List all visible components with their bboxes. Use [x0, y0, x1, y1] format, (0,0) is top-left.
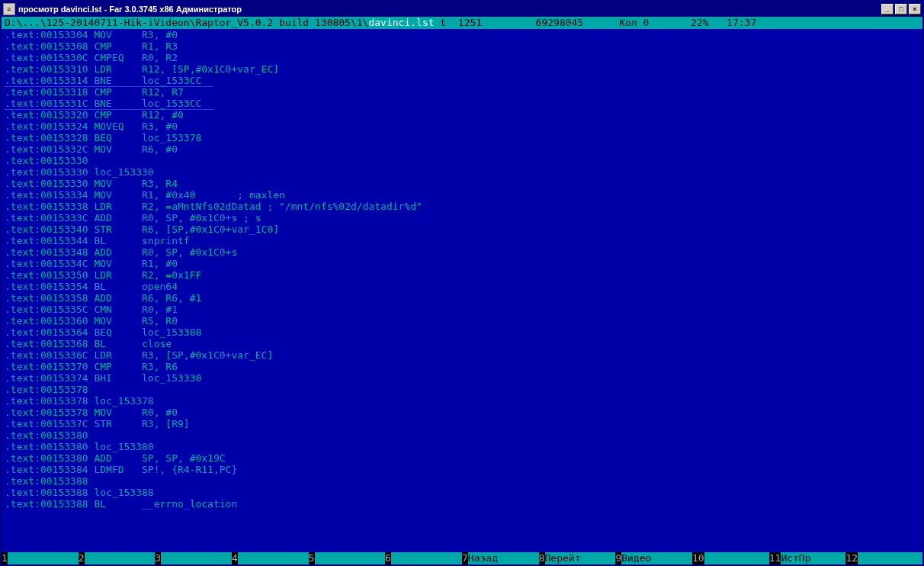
code-line: .text:00153388 loc_153388 — [5, 487, 919, 498]
code-line: .text:00153330 MOV R3, R4 — [5, 178, 919, 189]
fkey-number: 12 — [845, 552, 858, 564]
window-buttons: _ □ × — [881, 4, 921, 14]
fkey-number: 7 — [462, 552, 468, 564]
code-line: .text:00153308 CMP R1, R3 — [5, 40, 919, 52]
code-line: .text:00153378 loc_153378 — [5, 395, 919, 407]
window-title: просмотр davinci.lst - Far 3.0.3745 x86 … — [18, 5, 881, 14]
titlebar[interactable]: ≡ просмотр davinci.lst - Far 3.0.3745 x8… — [2, 2, 922, 17]
status-filename: davinci.lst — [368, 17, 434, 28]
fkey-number: 5 — [309, 552, 315, 564]
fkey-label — [8, 552, 79, 564]
fkey-label: Видео — [621, 552, 692, 564]
code-line: .text:0015334C MOV R1, #0 — [5, 258, 919, 269]
fkey-label — [315, 552, 386, 564]
code-line: .text:00153318 CMP R12, R7 — [5, 86, 919, 98]
minimize-button[interactable]: _ — [881, 4, 894, 14]
code-line: .text:00153314 BNE loc_1533CC — [5, 75, 919, 86]
fkey-1[interactable]: 1 — [2, 552, 79, 564]
fkey-6[interactable]: 6 — [385, 552, 462, 564]
fkey-label — [858, 552, 922, 564]
code-line: .text:00153354 BL open64 — [5, 281, 919, 292]
code-line: .text:00153368 BL close — [5, 338, 919, 349]
fkey-label: ИстПр — [781, 552, 845, 564]
fkey-number: 9 — [615, 552, 621, 564]
fkey-4[interactable]: 4 — [232, 552, 309, 564]
status-mode: t — [435, 17, 458, 28]
fkey-number: 3 — [155, 552, 161, 564]
code-line: .text:00153328 BEQ loc_153378 — [5, 132, 919, 143]
code-line: .text:00153364 BEQ loc_153388 — [5, 326, 919, 338]
fkey-number: 6 — [385, 552, 391, 564]
fkey-8[interactable]: 8Перейт — [539, 552, 616, 564]
fkey-10[interactable]: 10 — [692, 552, 769, 564]
fkey-number: 4 — [232, 552, 238, 564]
code-line: .text:00153378 — [5, 384, 919, 395]
fkey-number: 11 — [769, 552, 781, 564]
code-line: .text:00153370 CMP R3, R6 — [5, 361, 919, 372]
code-line: .text:00153304 MOV R3, #0 — [5, 29, 919, 40]
fkey-9[interactable]: 9Видео — [615, 552, 692, 564]
code-line: .text:0015335C CMN R0, #1 — [5, 304, 919, 315]
fkey-label — [238, 552, 309, 564]
code-line: .text:00153348 ADD R0, SP, #0x1C0+s — [5, 246, 919, 258]
status-percent: 22% — [649, 17, 708, 28]
fkey-5[interactable]: 5 — [309, 552, 386, 564]
status-col: Кол 0 — [583, 17, 649, 28]
code-line: .text:00153374 BHI loc_153330 — [5, 372, 919, 384]
fkey-label — [161, 552, 232, 564]
code-line: .text:0015330C CMPEQ R0, R2 — [5, 52, 919, 63]
code-line: .text:00153330 loc_153330 — [5, 166, 919, 178]
code-line: .text:00153320 CMP R12, #0 — [5, 109, 919, 121]
fkey-number: 1 — [2, 552, 8, 564]
code-line: .text:00153334 MOV R1, #0x40 ; maxlen — [5, 189, 919, 201]
maximize-button[interactable]: □ — [895, 4, 907, 14]
code-line: .text:00153310 LDR R12, [SP,#0x1C0+var_E… — [5, 63, 919, 75]
status-codepage: 1251 — [458, 17, 482, 28]
viewer-status-line: D:\...\125-20140711-Hik-iVideon\Raptor_V… — [2, 17, 922, 29]
fkey-label: Перейт — [545, 552, 616, 564]
fkey-11[interactable]: 11ИстПр — [769, 552, 846, 564]
status-size: 69298045 — [482, 17, 583, 28]
code-line: .text:0015336C LDR R3, [SP,#0x1C0+var_EC… — [5, 349, 919, 361]
code-line: .text:00153388 — [5, 475, 919, 487]
fkey-label — [704, 552, 769, 564]
code-line: .text:00153380 — [5, 429, 919, 441]
fkey-number: 2 — [79, 552, 85, 564]
code-line: .text:00153384 LDMFD SP!, {R4-R11,PC} — [5, 464, 919, 475]
code-line: .text:00153380 ADD SP, SP, #0x19C — [5, 452, 919, 464]
code-line: .text:00153350 LDR R2, =0x1FF — [5, 269, 919, 281]
code-line: .text:00153330 — [5, 155, 919, 166]
code-line: .text:00153344 BL snprintf — [5, 235, 919, 246]
fkey-label — [85, 552, 156, 564]
far-manager-window: ≡ просмотр davinci.lst - Far 3.0.3745 x8… — [0, 0, 924, 566]
fkey-3[interactable]: 3 — [155, 552, 232, 564]
code-line: .text:00153388 BL __errno_location — [5, 498, 919, 510]
fkey-2[interactable]: 2 — [79, 552, 156, 564]
function-key-bar[interactable]: 1 2 3 4 5 6 7Назад 8Перейт9Видео 10 11Ис… — [2, 552, 922, 564]
code-line: .text:0015331C BNE loc_1533CC — [5, 98, 919, 109]
code-line: .text:00153338 LDR R2, =aMntNfs02dDatad … — [5, 201, 919, 212]
status-path: D:\...\125-20140711-Hik-iVideon\Raptor_V… — [5, 17, 368, 28]
fkey-number: 8 — [539, 552, 545, 564]
code-line: .text:00153360 MOV R5, R0 — [5, 315, 919, 326]
close-button[interactable]: × — [909, 4, 921, 14]
status-time: 17:37 — [709, 17, 757, 28]
code-line: .text:00153358 ADD R6, R6, #1 — [5, 292, 919, 304]
app-icon: ≡ — [3, 3, 15, 15]
code-line: .text:00153378 MOV R0, #0 — [5, 407, 919, 418]
code-line: .text:0015337C STR R3, [R9] — [5, 418, 919, 429]
viewer-content[interactable]: .text:00153304 MOV R3, #0.text:00153308 … — [2, 29, 922, 552]
code-line: .text:00153340 STR R6, [SP,#0x1C0+var_1C… — [5, 224, 919, 235]
code-line: .text:00153324 MOVEQ R3, #0 — [5, 121, 919, 132]
code-line: .text:0015332C MOV R6, #0 — [5, 143, 919, 155]
fkey-label: Назад — [468, 552, 539, 564]
fkey-7[interactable]: 7Назад — [462, 552, 539, 564]
code-line: .text:0015333C ADD R0, SP, #0x1C0+s ; s — [5, 212, 919, 224]
fkey-12[interactable]: 12 — [845, 552, 922, 564]
code-line: .text:00153380 loc_153380 — [5, 441, 919, 452]
fkey-number: 10 — [692, 552, 704, 564]
fkey-label — [391, 552, 462, 564]
